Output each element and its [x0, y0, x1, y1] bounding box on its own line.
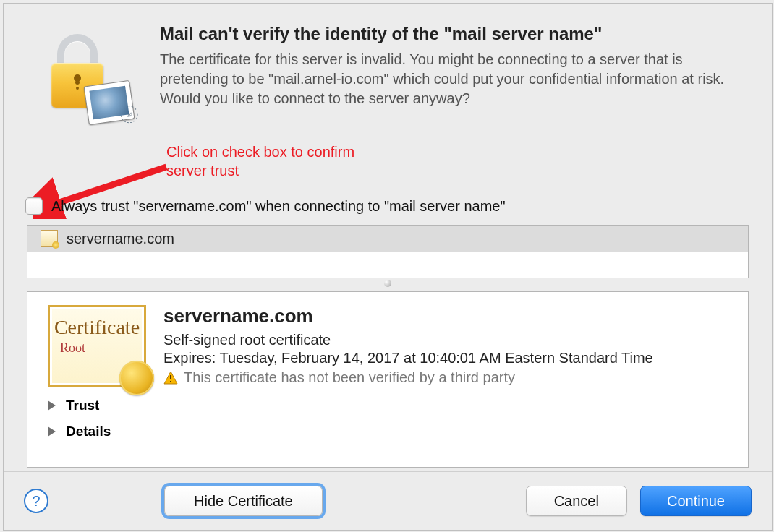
disclosure-triangle-icon — [48, 426, 56, 437]
annotation-text: Click on check box to confirm server tru… — [166, 142, 354, 180]
cancel-button[interactable]: Cancel — [526, 486, 627, 516]
certificate-chain-list[interactable]: servername.com — [27, 225, 749, 278]
continue-button[interactable]: Continue — [640, 486, 752, 516]
certificate-expires: Expires: Tuesday, February 14, 2017 at 1… — [163, 350, 728, 366]
help-icon: ? — [32, 493, 40, 510]
warning-icon — [163, 371, 178, 385]
continue-label: Continue — [667, 493, 725, 510]
hide-certificate-button[interactable]: Hide Certificate — [164, 486, 323, 516]
hide-certificate-label: Hide Certificate — [194, 493, 293, 510]
certificate-list-item[interactable]: servername.com — [27, 226, 748, 252]
always-trust-checkbox[interactable] — [25, 197, 43, 215]
dialog-message: Mail can't verify the identity of the "m… — [125, 24, 749, 108]
dialog-footer: ? Hide Certificate Cancel Continue — [4, 471, 772, 530]
certificate-warning-text: This certificate has not been verified b… — [184, 369, 515, 386]
certificate-type: Self-signed root certificate — [163, 332, 728, 348]
certificate-list-item-label: servername.com — [67, 231, 174, 247]
always-trust-row: Always trust "servername.com" when conne… — [25, 197, 506, 215]
certificate-icon-root: Root — [60, 340, 85, 356]
certificate-name: servername.com — [163, 305, 728, 327]
cancel-label: Cancel — [554, 493, 599, 510]
dialog-title: Mail can't verify the identity of the "m… — [160, 24, 749, 44]
dialog-description: The certificate for this server is inval… — [160, 50, 749, 108]
svg-rect-4 — [170, 381, 171, 382]
disclosure-details-label: Details — [66, 424, 111, 439]
dialog-header: ✉ Mail can't verify the identity of the … — [4, 4, 772, 118]
disclosure-triangle-icon — [48, 400, 56, 411]
certificate-list-blank-row — [27, 252, 748, 278]
disclosure-trust-label: Trust — [66, 398, 99, 413]
certificate-trust-dialog: ✉ Mail can't verify the identity of the … — [3, 3, 773, 531]
certificate-icon — [41, 230, 58, 247]
certificate-large-icon: Certificate Root — [48, 305, 146, 387]
svg-rect-3 — [170, 375, 171, 379]
disclosure-details[interactable]: Details — [48, 424, 728, 439]
resize-handle-icon[interactable] — [384, 280, 391, 287]
lock-mail-icon: ✉ — [38, 24, 125, 118]
annotation-line2: server trust — [166, 163, 239, 179]
certificate-icon-title: Certificate — [50, 316, 144, 339]
help-button[interactable]: ? — [24, 489, 48, 513]
disclosure-trust[interactable]: Trust — [48, 398, 728, 413]
annotation-line1: Click on check box to confirm — [166, 144, 354, 160]
certificate-details-panel: Certificate Root servername.com Self-sig… — [27, 291, 749, 468]
always-trust-label: Always trust "servername.com" when conne… — [51, 198, 506, 215]
